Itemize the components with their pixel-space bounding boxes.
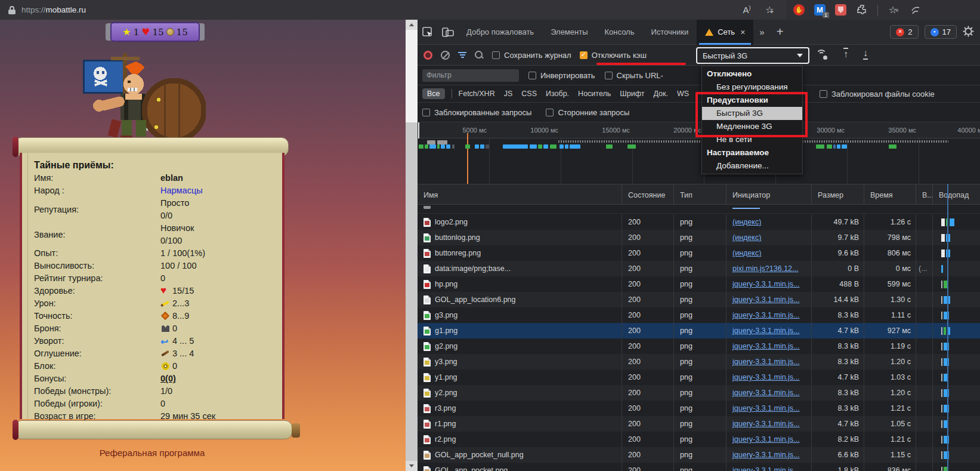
request-initiator-link[interactable]: (индекс) bbox=[732, 218, 761, 226]
request-initiator-link[interactable]: jquery-3.3.1.min.js... bbox=[732, 373, 800, 381]
clear-icon[interactable] bbox=[441, 51, 450, 60]
close-tab-icon[interactable]: × bbox=[740, 27, 745, 37]
col-waterfall-mini[interactable]: В... bbox=[916, 184, 932, 205]
request-initiator-link[interactable]: (индекс) bbox=[732, 249, 761, 257]
type-filter[interactable]: Док. bbox=[653, 90, 668, 98]
request-row[interactable]: GOL_app_pocket.png 200 png jquery-3.3.1.… bbox=[418, 463, 980, 471]
extensions-puzzle-icon[interactable] bbox=[856, 4, 868, 16]
request-row[interactable]: GOL_app_pocket_null.png 200 png jquery-3… bbox=[418, 447, 980, 463]
settings-gear-icon[interactable] bbox=[963, 26, 974, 39]
scroll-up-button[interactable] bbox=[406, 20, 418, 30]
scrollbar-thumb[interactable] bbox=[406, 30, 418, 122]
filter-icon[interactable] bbox=[458, 52, 466, 58]
request-initiator-link[interactable]: jquery-3.3.1.min.js... bbox=[732, 342, 800, 350]
col-type[interactable]: Тип bbox=[673, 184, 726, 205]
request-row[interactable]: g3.png 200 png jquery-3.3.1.min.js... 8.… bbox=[418, 307, 980, 323]
request-row[interactable]: logo2.png 200 png (индекс) 49.7 kB 1.26 … bbox=[418, 214, 980, 230]
device-toolbar-icon[interactable] bbox=[438, 23, 458, 41]
request-row[interactable]: data:image/png;base... 200 png pixi.min.… bbox=[418, 261, 980, 276]
address-bar[interactable]: https://mobattle.ru A) ☆+ bbox=[0, 0, 786, 20]
shield-extension-icon[interactable] bbox=[835, 4, 846, 16]
filter-input[interactable] bbox=[422, 69, 519, 82]
col-size[interactable]: Размер bbox=[811, 184, 864, 205]
page-scrollbar[interactable] bbox=[406, 20, 418, 471]
col-name[interactable]: Имя bbox=[418, 184, 622, 205]
scroll-down-button[interactable] bbox=[406, 461, 418, 471]
add-favorite-icon[interactable]: ☆+ bbox=[763, 4, 775, 16]
throttling-menu-item[interactable]: Настраиваемое bbox=[702, 146, 802, 159]
type-filter[interactable]: JS bbox=[504, 90, 513, 98]
type-filter[interactable]: Изобр. bbox=[546, 90, 569, 98]
invert-checkbox[interactable]: Инвертировать bbox=[528, 71, 595, 80]
request-initiator-link[interactable]: jquery-3.3.1.min.js... bbox=[732, 420, 800, 428]
devtools-tab[interactable]: Элементы bbox=[542, 20, 596, 45]
tab-network[interactable]: Сеть × bbox=[697, 20, 753, 45]
request-row[interactable]: hp.png 200 png jquery-3.3.1.min.js... 48… bbox=[418, 276, 980, 292]
malwarebytes-icon[interactable]: M1 bbox=[814, 4, 826, 16]
add-tab-icon[interactable]: + bbox=[771, 25, 790, 39]
third-party-checkbox[interactable]: Сторонние запросы bbox=[546, 108, 629, 117]
preserve-log-checkbox[interactable]: Сохранить журнал bbox=[492, 51, 571, 60]
partial-request-row[interactable] bbox=[418, 205, 980, 214]
search-icon[interactable] bbox=[475, 51, 484, 60]
col-time[interactable]: Время bbox=[864, 184, 916, 205]
blocked-cookies-checkbox[interactable]: Заблокировал файлы cookie bbox=[820, 90, 935, 98]
request-row[interactable]: GOL_app_location6.png 200 png jquery-3.3… bbox=[418, 292, 980, 307]
request-row[interactable]: g1.png 200 png jquery-3.3.1.min.js... 4.… bbox=[418, 323, 980, 338]
request-initiator-link[interactable]: (индекс) bbox=[732, 233, 761, 242]
error-count-badge[interactable]: ✕2 bbox=[890, 25, 918, 39]
import-har-icon[interactable]: ↑ bbox=[843, 48, 848, 60]
request-row[interactable]: r2.png 200 png jquery-3.3.1.min.js... 8.… bbox=[418, 432, 980, 447]
request-row[interactable]: r1.png 200 png jquery-3.3.1.min.js... 4.… bbox=[418, 416, 980, 432]
inspect-element-icon[interactable] bbox=[418, 23, 438, 41]
request-initiator-link[interactable]: jquery-3.3.1.min.js... bbox=[732, 435, 800, 444]
request-initiator-link[interactable]: jquery-3.3.1.min.js... bbox=[732, 295, 800, 304]
export-har-icon[interactable]: ↓ bbox=[863, 48, 868, 60]
col-waterfall[interactable]: Водопад bbox=[932, 184, 980, 205]
referral-link[interactable]: Реферальная программа bbox=[20, 448, 285, 458]
request-initiator-link[interactable]: jquery-3.3.1.min.js... bbox=[732, 451, 800, 459]
type-filter[interactable]: Носитель bbox=[578, 90, 611, 98]
col-initiator[interactable]: Инициатор bbox=[726, 184, 811, 205]
lock-icon[interactable] bbox=[8, 6, 16, 14]
blocked-requests-checkbox[interactable]: Заблокированные запросы bbox=[422, 108, 531, 117]
type-filter[interactable]: Fetch/XHR bbox=[459, 90, 495, 98]
hide-data-urls-checkbox[interactable]: Скрыть URL- bbox=[605, 71, 663, 80]
read-aloud-icon[interactable]: A) bbox=[741, 4, 753, 16]
request-row[interactable]: y3.png 200 png jquery-3.3.1.min.js... 8.… bbox=[418, 354, 980, 370]
network-conditions-icon[interactable] bbox=[816, 50, 829, 60]
more-tabs-icon[interactable]: » bbox=[753, 27, 770, 37]
request-row[interactable]: y2.png 200 png jquery-3.3.1.min.js... 8.… bbox=[418, 385, 980, 401]
message-count-badge[interactable]: ▪17 bbox=[925, 25, 957, 39]
devtools-tab[interactable]: Консоль bbox=[596, 20, 643, 45]
type-filter[interactable]: WS bbox=[677, 90, 689, 98]
devtools-tab[interactable]: Источники bbox=[642, 20, 697, 45]
record-icon[interactable] bbox=[423, 51, 432, 60]
request-initiator-link[interactable]: jquery-3.3.1.min.js... bbox=[732, 358, 800, 366]
request-initiator-link[interactable]: jquery-3.3.1.min.js... bbox=[732, 389, 800, 397]
request-initiator-link[interactable]: jquery-3.3.1.min.js... bbox=[732, 404, 800, 412]
request-initiator-link[interactable]: jquery-3.3.1.min.js... bbox=[732, 311, 800, 319]
type-filter-all[interactable]: Все bbox=[422, 88, 445, 99]
type-filter[interactable]: Шрифт bbox=[620, 90, 644, 98]
request-initiator-link[interactable]: jquery-3.3.1.min.js... bbox=[732, 466, 800, 471]
request-row[interactable]: y1.png 200 png jquery-3.3.1.min.js... 4.… bbox=[418, 370, 980, 385]
request-row[interactable]: g2.png 200 png jquery-3.3.1.min.js... 8.… bbox=[418, 338, 980, 354]
throttling-menu-item[interactable]: Отключено bbox=[702, 67, 802, 81]
request-row[interactable]: buttonlog.png 200 png (индекс) 9.7 kB 79… bbox=[418, 230, 980, 245]
browser-extra-icon[interactable] bbox=[909, 4, 921, 16]
adblock-hand-icon[interactable]: ✋ bbox=[793, 4, 805, 16]
request-row[interactable]: buttonreg.png 200 png (индекс) 9.6 kB 80… bbox=[418, 245, 980, 261]
col-status[interactable]: Состояние bbox=[622, 184, 673, 205]
url-text[interactable]: https://mobattle.ru bbox=[21, 5, 86, 14]
disable-cache-checkbox[interactable]: Отключить кэш bbox=[580, 51, 647, 60]
type-filter[interactable]: CSS bbox=[521, 90, 537, 98]
request-initiator-link[interactable]: jquery-3.3.1.min.js... bbox=[732, 280, 800, 288]
devtools-tab[interactable]: Добро пожаловать bbox=[458, 20, 542, 45]
throttling-dropdown[interactable]: Быстрый 3G bbox=[696, 47, 809, 64]
request-initiator-link[interactable]: pixi.min.js?136.12... bbox=[732, 264, 798, 273]
throttling-menu-item[interactable]: Добавление... bbox=[702, 159, 802, 173]
request-row[interactable]: r3.png 200 png jquery-3.3.1.min.js... 8.… bbox=[418, 401, 980, 416]
favorites-star-icon[interactable]: ☆≡ bbox=[888, 4, 899, 16]
request-initiator-link[interactable]: jquery-3.3.1.min.js... bbox=[732, 327, 800, 335]
